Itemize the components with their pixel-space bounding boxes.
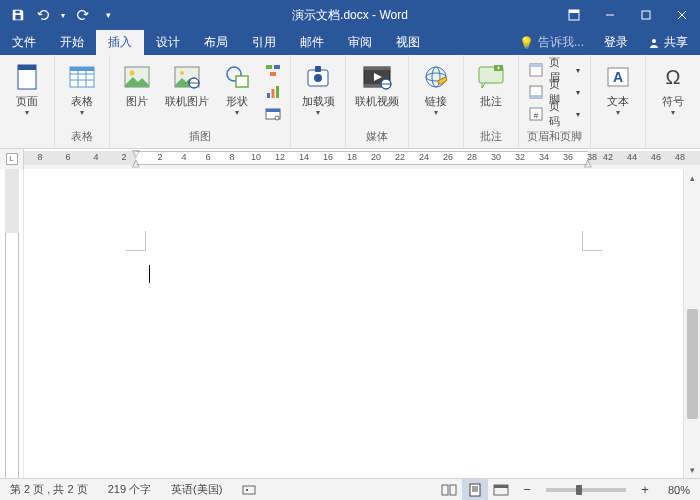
close-button[interactable]	[664, 0, 700, 30]
web-layout-button[interactable]	[488, 479, 514, 501]
svg-point-6	[652, 39, 656, 43]
macro-status[interactable]	[232, 479, 266, 501]
page-icon	[11, 61, 43, 93]
tab-review[interactable]: 审阅	[336, 30, 384, 55]
chevron-down-icon: ▾	[616, 108, 620, 117]
minimize-button[interactable]	[592, 0, 628, 30]
document-page[interactable]	[34, 175, 674, 478]
status-bar: 第 2 页 , 共 2 页 219 个字 英语(美国) − + 80%	[0, 478, 700, 500]
scroll-up-icon[interactable]: ▴	[684, 169, 700, 186]
language-status[interactable]: 英语(美国)	[161, 479, 232, 501]
tab-home[interactable]: 开始	[48, 30, 96, 55]
window-controls	[556, 0, 700, 30]
svg-point-18	[180, 71, 184, 75]
tab-file[interactable]: 文件	[0, 30, 48, 55]
addins-button[interactable]: 加载项 ▾	[297, 59, 339, 127]
undo-icon[interactable]	[32, 3, 56, 27]
svg-text:A: A	[613, 69, 623, 85]
ruler-row: L ▽ △ △ 86422468101214161820222426283032…	[0, 149, 700, 169]
svg-rect-47	[530, 64, 542, 67]
symbol-button[interactable]: Ω 符号 ▾	[652, 59, 694, 127]
signin-button[interactable]: 登录	[594, 34, 638, 51]
vertical-scrollbar[interactable]: ▴ ▾	[683, 169, 700, 478]
read-mode-button[interactable]	[436, 479, 462, 501]
screenshot-button[interactable]	[262, 103, 284, 124]
picture-button[interactable]: 图片	[116, 59, 158, 127]
group-links: 链接 ▾	[409, 55, 464, 148]
scrollbar-thumb[interactable]	[687, 309, 698, 419]
document-area: ▴ ▾	[0, 169, 700, 478]
scroll-down-icon[interactable]: ▾	[684, 461, 700, 478]
page-number-button[interactable]: # 页码▾	[525, 103, 584, 125]
symbol-icon: Ω	[657, 61, 689, 93]
chart-button[interactable]	[262, 81, 284, 102]
horizontal-ruler[interactable]: ▽ △ △ 8642246810121416182022242628303234…	[24, 149, 700, 169]
tab-insert[interactable]: 插入	[96, 30, 144, 55]
svg-rect-14	[70, 67, 94, 71]
addins-icon	[302, 61, 334, 93]
svg-rect-35	[364, 67, 390, 70]
group-media: 联机视频 媒体	[346, 55, 409, 148]
tab-selector[interactable]: L	[0, 149, 24, 169]
group-tables: 表格 ▾ 表格	[55, 55, 110, 148]
footer-icon	[529, 84, 543, 100]
svg-rect-22	[266, 65, 272, 69]
svg-point-32	[314, 74, 322, 82]
quick-access-toolbar: ▾ ▾	[0, 3, 120, 27]
svg-point-30	[275, 116, 279, 120]
hanging-indent[interactable]: △	[132, 157, 140, 168]
zoom-slider[interactable]	[546, 488, 626, 492]
smartart-button[interactable]	[262, 59, 284, 80]
tell-me-search[interactable]: 💡 告诉我...	[511, 34, 592, 51]
page-button[interactable]: 页面 ▾	[6, 59, 48, 127]
tell-me-placeholder: 告诉我...	[538, 34, 584, 51]
tab-layout[interactable]: 布局	[192, 30, 240, 55]
tab-mailings[interactable]: 邮件	[288, 30, 336, 55]
word-count[interactable]: 219 个字	[98, 479, 161, 501]
chevron-down-icon: ▾	[25, 108, 29, 117]
svg-text:#: #	[534, 111, 539, 120]
zoom-slider-thumb[interactable]	[576, 485, 582, 495]
tab-view[interactable]: 视图	[384, 30, 432, 55]
shapes-button[interactable]: 形状 ▾	[216, 59, 258, 127]
redo-icon[interactable]	[70, 3, 94, 27]
table-button[interactable]: 表格 ▾	[61, 59, 103, 127]
zoom-in-button[interactable]: +	[632, 479, 658, 501]
comment-icon	[475, 61, 507, 93]
shapes-icon	[221, 61, 253, 93]
tab-design[interactable]: 设计	[144, 30, 192, 55]
zoom-out-button[interactable]: −	[514, 479, 540, 501]
zoom-level[interactable]: 80%	[658, 479, 700, 501]
online-picture-button[interactable]: 联机图片	[162, 59, 212, 127]
video-icon	[361, 61, 393, 93]
page-status[interactable]: 第 2 页 , 共 2 页	[0, 479, 98, 501]
save-icon[interactable]	[6, 3, 30, 27]
group-pages: 页面 ▾	[0, 55, 55, 148]
print-layout-button[interactable]	[462, 479, 488, 501]
window-title: 演示文档.docx - Word	[292, 7, 408, 24]
share-button[interactable]: 共享	[640, 34, 696, 51]
group-comments: 批注 批注	[464, 55, 519, 148]
svg-rect-25	[267, 93, 270, 98]
svg-rect-55	[243, 486, 255, 494]
online-video-button[interactable]: 联机视频	[352, 59, 402, 127]
chevron-down-icon: ▾	[671, 108, 675, 117]
picture-icon	[121, 61, 153, 93]
maximize-button[interactable]	[628, 0, 664, 30]
chevron-down-icon: ▾	[316, 108, 320, 117]
title-bar: ▾ ▾ 演示文档.docx - Word	[0, 0, 700, 30]
share-icon	[648, 37, 660, 49]
svg-point-38	[426, 67, 446, 87]
svg-rect-8	[18, 65, 36, 70]
tab-references[interactable]: 引用	[240, 30, 288, 55]
online-picture-icon	[171, 61, 203, 93]
undo-dropdown-icon[interactable]: ▾	[58, 3, 68, 27]
vertical-ruler[interactable]	[0, 169, 24, 478]
ribbon-display-options-icon[interactable]	[556, 0, 592, 30]
svg-rect-49	[530, 95, 542, 98]
qat-customize-icon[interactable]: ▾	[96, 3, 120, 27]
comment-button[interactable]: 批注	[470, 59, 512, 127]
textbox-button[interactable]: A 文本 ▾	[597, 59, 639, 127]
page-viewport[interactable]	[24, 169, 683, 478]
links-button[interactable]: 链接 ▾	[415, 59, 457, 127]
